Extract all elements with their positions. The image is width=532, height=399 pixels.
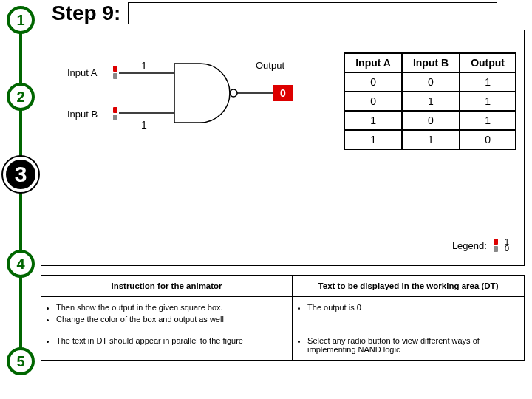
cell: 0 (344, 92, 402, 111)
cell: 0 (460, 130, 516, 149)
stepper: 1 2 3 4 5 (4, 3, 37, 387)
instr-left-header: Instruction for the animator (41, 276, 293, 297)
step-node-3[interactable]: 3 (3, 157, 38, 192)
cell: 0 (402, 111, 460, 130)
legend: Legend: 1 0 (452, 239, 509, 252)
th-output: Output (460, 53, 516, 72)
instr-left-item: Change the color of the box and output a… (56, 315, 286, 324)
cell: 1 (402, 130, 460, 149)
table-row: 0 0 1 (344, 72, 516, 92)
stepper-line (19, 18, 22, 372)
instr-left-item: The text in DT should appear in parallel… (56, 336, 286, 345)
instr-right-header: Text to be displayed in the working area… (293, 276, 525, 297)
th-input-a: Input A (344, 53, 402, 72)
th-input-b: Input B (402, 53, 460, 72)
svg-point-2 (230, 89, 237, 97)
step-node-2[interactable]: 2 (7, 83, 35, 111)
instr-right-item: The output is 0 (307, 303, 518, 312)
instr-right-item: Select any radio button to view differen… (307, 336, 518, 354)
instr-left-item: Then show the output in the given square… (56, 303, 286, 312)
step-node-4[interactable]: 4 (7, 250, 35, 278)
title-row: Step 9: (52, 1, 497, 25)
output-value-box: 0 (273, 85, 293, 101)
cell: 1 (344, 130, 402, 149)
output-label: Output (256, 60, 284, 71)
instr-right-cell-2: Select any radio button to view differen… (293, 330, 525, 361)
instr-right-cell-1: The output is 0 (293, 297, 525, 330)
instr-left-cell-1: Then show the output in the given square… (41, 297, 293, 330)
step-node-1[interactable]: 1 (7, 6, 35, 34)
table-row: 1 0 1 (344, 111, 516, 130)
nand-gate-diagram: Input A 1 Input B 1 Output 0 (67, 60, 311, 141)
title-input-box[interactable] (128, 2, 497, 24)
cell: 1 (344, 111, 402, 130)
cell: 1 (460, 111, 516, 130)
cell: 0 (402, 72, 460, 92)
table-row: 0 1 1 (344, 92, 516, 111)
cell: 1 (460, 72, 516, 92)
legend-bottom: 0 (505, 245, 509, 252)
legend-values: 1 0 (505, 239, 509, 252)
truth-table: Input A Input B Output 0 0 1 0 1 1 1 0 1… (344, 52, 516, 150)
table-row: 1 1 0 (344, 130, 516, 149)
legend-label: Legend: (452, 240, 487, 251)
step-node-5[interactable]: 5 (7, 347, 35, 375)
page-title: Step 9: (52, 1, 120, 25)
cell: 1 (402, 92, 460, 111)
legend-toggle-icon (493, 239, 499, 252)
instr-left-cell-2: The text in DT should appear in parallel… (41, 330, 293, 361)
cell: 0 (344, 72, 402, 92)
cell: 1 (460, 92, 516, 111)
instruction-table: Instruction for the animator Text to be … (41, 275, 525, 361)
working-area: Input A 1 Input B 1 Output 0 Input A Inp… (41, 30, 525, 266)
